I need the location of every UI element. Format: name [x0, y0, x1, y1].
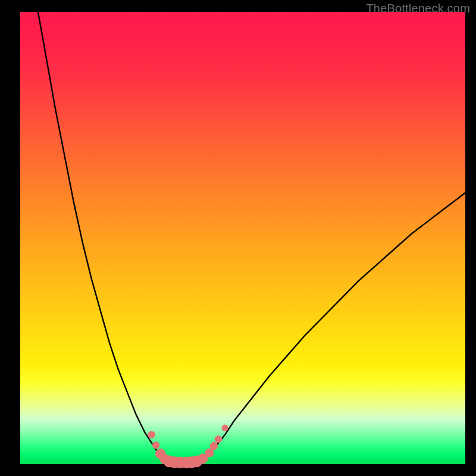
series-right-curve	[198, 193, 465, 461]
data-marker	[148, 431, 155, 438]
data-marker	[152, 441, 159, 449]
chart-container: TheBottleneck.com	[0, 0, 476, 476]
plot-area	[20, 12, 465, 464]
data-marker	[222, 425, 228, 431]
data-marker	[215, 436, 222, 443]
series-left-curve	[38, 12, 167, 461]
chart-svg	[20, 12, 465, 464]
marker-layer	[148, 425, 228, 469]
curve-layer	[38, 12, 465, 463]
data-marker	[210, 442, 218, 450]
